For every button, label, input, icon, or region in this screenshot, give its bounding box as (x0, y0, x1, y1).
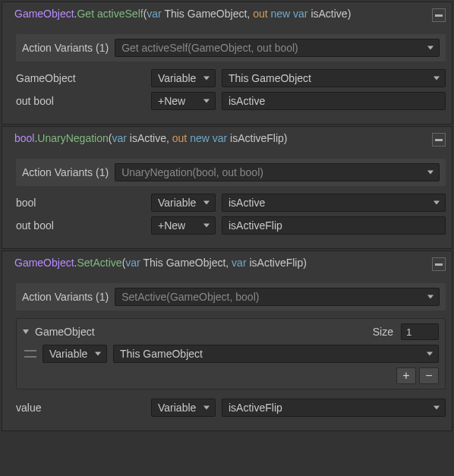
array-item-row: Variable This GameObject (23, 345, 439, 363)
svg-rect-2 (435, 263, 443, 266)
param-value-select[interactable]: isActive (222, 194, 446, 212)
array-remove-button[interactable]: − (419, 367, 439, 384)
disclosure-triangle-icon[interactable] (23, 329, 29, 334)
method-name: SetActive (77, 257, 121, 269)
array-name: GameObject (35, 326, 368, 338)
collapse-button[interactable] (432, 8, 446, 22)
param-value-select[interactable]: This GameObject (222, 69, 446, 87)
action-title: bool.UnaryNegation(var isActive, out new… (14, 131, 432, 146)
action-variants-label: Action Variants (1) (22, 42, 109, 54)
method-name: UnaryNegation (37, 132, 108, 144)
param-mode-select[interactable]: Variable (151, 69, 216, 87)
param-label: GameObject (16, 72, 145, 84)
type-name: GameObject (14, 257, 74, 269)
param-label: bool (16, 197, 145, 209)
param-row: GameObject Variable This GameObject (16, 69, 446, 87)
param-mode-select[interactable]: +New (151, 92, 216, 110)
action-block: bool.UnaryNegation(var isActive, out new… (2, 126, 452, 249)
drag-handle-icon[interactable] (24, 350, 36, 358)
param-value-input[interactable]: isActiveFlip (222, 216, 446, 235)
param-mode-select[interactable]: Variable (151, 194, 216, 212)
collapse-button[interactable] (432, 133, 446, 147)
action-variants-row: Action Variants (1) UnaryNegation(bool, … (16, 159, 446, 186)
action-variants-label: Action Variants (1) (22, 166, 109, 178)
param-mode-select[interactable]: Variable (151, 399, 216, 417)
action-header: GameObject.SetActive(var This GameObject… (2, 251, 452, 276)
action-variants-row: Action Variants (1) Get activeSelf(GameO… (16, 34, 446, 61)
gameobject-array: GameObject Size Variable This GameObject… (16, 318, 446, 389)
svg-rect-1 (435, 139, 443, 141)
array-add-button[interactable]: + (396, 367, 416, 384)
type-name: bool (14, 132, 34, 144)
array-size-input[interactable] (401, 323, 439, 340)
array-size-label: Size (373, 326, 393, 338)
param-row: bool Variable isActive (16, 194, 446, 212)
action-block: GameObject.SetActive(var This GameObject… (2, 251, 452, 431)
param-value-select[interactable]: This GameObject (113, 345, 439, 363)
param-mode-select[interactable]: +New (151, 216, 216, 235)
action-header: GameObject.Get activeSelf(var This GameO… (2, 2, 452, 27)
param-label: out bool (16, 219, 145, 232)
param-value-input[interactable]: isActive (222, 92, 446, 110)
action-variants-select[interactable]: UnaryNegation(bool, out bool) (115, 163, 440, 181)
action-variants-select[interactable]: Get activeSelf(GameObject, out bool) (115, 39, 440, 57)
action-variants-select[interactable]: SetActive(GameObject, bool) (115, 288, 440, 306)
action-title: GameObject.Get activeSelf(var This GameO… (14, 7, 432, 21)
param-label: value (16, 402, 145, 414)
type-name: GameObject (14, 8, 74, 20)
param-mode-select[interactable]: Variable (43, 345, 107, 363)
param-label: out bool (16, 95, 145, 107)
svg-rect-0 (435, 14, 443, 17)
collapse-button[interactable] (432, 257, 446, 271)
action-title: GameObject.SetActive(var This GameObject… (14, 256, 432, 270)
param-row: value Variable isActiveFlip (16, 399, 446, 417)
param-row: out bool +New isActive (16, 92, 446, 110)
param-row: out bool +New isActiveFlip (16, 216, 446, 235)
method-name: Get activeSelf (77, 8, 143, 20)
param-value-select[interactable]: isActiveFlip (222, 399, 446, 417)
action-variants-row: Action Variants (1) SetActive(GameObject… (16, 283, 446, 311)
action-header: bool.UnaryNegation(var isActive, out new… (2, 127, 452, 151)
action-block: GameObject.Get activeSelf(var This GameO… (2, 2, 452, 125)
action-variants-label: Action Variants (1) (22, 291, 109, 303)
